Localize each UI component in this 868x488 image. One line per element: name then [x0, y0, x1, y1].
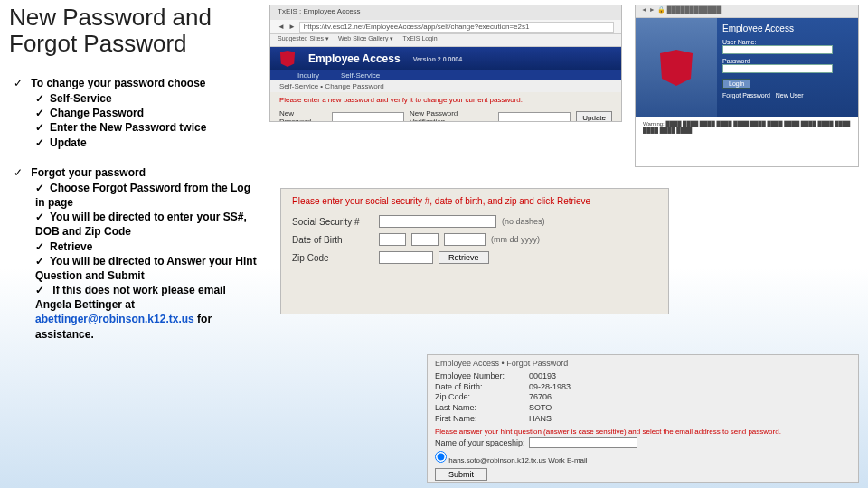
- label-zip: Zip Code: [292, 253, 373, 263]
- label: Zip Code:: [435, 392, 525, 403]
- bookmark[interactable]: Suggested Sites ▾: [278, 35, 329, 45]
- label: Employee Number:: [435, 371, 525, 382]
- hint-answer-input[interactable]: [529, 437, 637, 448]
- label: Last Name:: [435, 403, 525, 414]
- list-item: If this does not work please email Angel…: [35, 283, 262, 342]
- hint-prompt: Please answer your hint question (answer…: [435, 427, 851, 436]
- label-new-password: New Password: [279, 109, 326, 122]
- ssn-input[interactable]: [379, 215, 496, 228]
- page-title: New Password and Forgot Password: [9, 5, 235, 56]
- slide-text: To change your password choose Self-Serv…: [14, 77, 262, 347]
- value: HANS: [529, 414, 552, 425]
- hint-question: Name of your spaceship:: [435, 438, 525, 447]
- zip-input[interactable]: [379, 251, 433, 264]
- back-icon: ◄: [278, 23, 285, 31]
- login-footer-text: Warning: ████ ████ ████ ████ ████ ████ █…: [636, 117, 858, 137]
- label-dob: Date of Birth: [292, 235, 373, 245]
- email-radio[interactable]: [435, 451, 447, 463]
- login-title: Employee Access: [722, 23, 853, 33]
- browser-chrome: ◄ ► 🔒 ████████████: [636, 5, 858, 18]
- dob-yyyy-input[interactable]: [444, 233, 486, 246]
- breadcrumb: Self-Service • Change Password: [270, 80, 621, 92]
- section2-heading: Forgot your password: [31, 166, 146, 179]
- retrieve-button[interactable]: Retrieve: [439, 251, 489, 264]
- section1-heading: To change your password choose: [31, 77, 205, 89]
- login-button[interactable]: Login: [722, 79, 750, 89]
- label-password: Password: [722, 58, 853, 64]
- screenshot-retrieve: Please enter your social security #, dat…: [280, 188, 669, 314]
- username-input[interactable]: [722, 45, 833, 54]
- tab-inquiry[interactable]: Inquiry: [297, 71, 319, 80]
- bookmark[interactable]: Web Slice Gallery ▾: [338, 35, 393, 45]
- browser-tab: TxEIS : Employee Access: [270, 5, 621, 20]
- address-bar[interactable]: https://tv.esc12.net/EmployeeAccess/app/…: [299, 22, 614, 33]
- prompt-text: Please enter a new password and verify i…: [270, 92, 621, 108]
- label: Date of Birth:: [435, 382, 525, 393]
- value: 09-28-1983: [529, 382, 571, 393]
- list-item: You will be directed to Answer your Hint…: [35, 254, 262, 283]
- texas-logo-icon: [658, 50, 694, 86]
- tab-self-service[interactable]: Self-Service: [341, 71, 380, 80]
- forward-icon: ►: [288, 23, 296, 31]
- dob-mm-input[interactable]: [379, 233, 406, 246]
- app-header: Employee Access Version 2.0.0004: [270, 47, 621, 70]
- list-item: Change Password: [35, 106, 262, 120]
- bookmark[interactable]: TxEIS Login: [402, 35, 437, 45]
- label: First Name:: [435, 414, 525, 425]
- label-username: User Name:: [722, 39, 853, 45]
- list-item: Retrieve: [35, 239, 262, 254]
- update-button[interactable]: Update: [576, 111, 612, 122]
- email-option: hans.soto@robinson.k12.tx.us Work E-mail: [448, 456, 587, 465]
- list-item: Choose Forgot Password from the Log in p…: [35, 181, 262, 210]
- value: 76706: [529, 392, 552, 403]
- dob-dd-input[interactable]: [411, 233, 439, 246]
- hint-ssn: (no dashes): [502, 217, 545, 226]
- login-logo-panel: [636, 18, 717, 117]
- label-verify-password: New Password Verification: [410, 109, 493, 122]
- version-text: Version 2.0.0004: [413, 56, 462, 62]
- list-item: Update: [35, 136, 262, 150]
- breadcrumb: Employee Access • Forgot Password: [435, 359, 851, 368]
- hint-dob: (mm dd yyyy): [491, 235, 540, 244]
- prompt-text: Please enter your social security #, dat…: [292, 196, 657, 206]
- app-title: Employee Access: [308, 52, 401, 65]
- list-item: Enter the New Password twice: [35, 120, 262, 135]
- texas-logo-icon: [279, 51, 296, 67]
- forgot-password-link[interactable]: Forgot Password: [722, 92, 770, 99]
- submit-button[interactable]: Submit: [435, 468, 487, 481]
- list-item: Self-Service: [35, 91, 262, 106]
- screenshot-login: ◄ ► 🔒 ████████████ Employee Access User …: [635, 5, 859, 167]
- list-item: You will be directed to enter your SS#, …: [35, 210, 262, 239]
- text: If this does not work please email Angel…: [35, 284, 226, 311]
- new-password-input[interactable]: [332, 112, 404, 122]
- label-ssn: Social Security #: [292, 217, 373, 227]
- email-link[interactable]: abettinger@robinson.k12.tx.us: [35, 313, 194, 325]
- bookmark-bar: Suggested Sites ▾ Web Slice Gallery ▾ Tx…: [270, 34, 621, 47]
- screenshot-hint-question: Employee Access • Forgot Password Employ…: [427, 354, 859, 483]
- value: SOTO: [529, 403, 552, 414]
- password-input[interactable]: [722, 64, 833, 73]
- value: 000193: [529, 371, 556, 382]
- new-user-link[interactable]: New User: [776, 92, 804, 99]
- screenshot-change-password: TxEIS : Employee Access ◄ ► https://tv.e…: [269, 5, 622, 122]
- verify-password-input[interactable]: [498, 112, 571, 122]
